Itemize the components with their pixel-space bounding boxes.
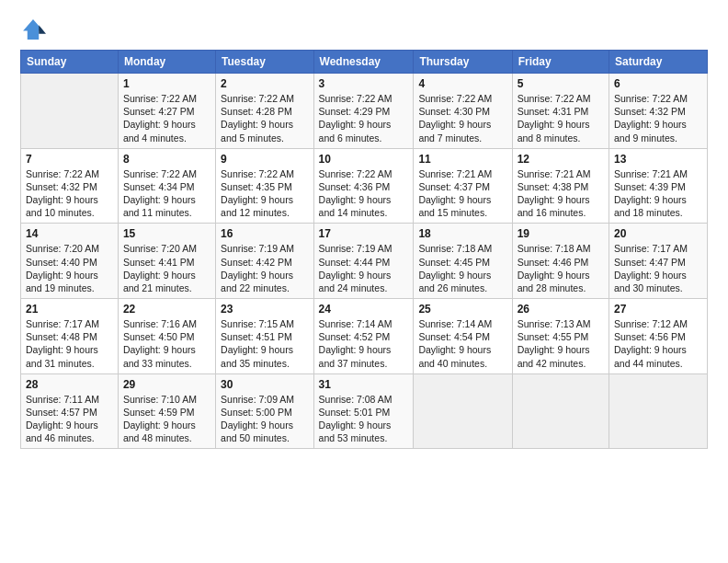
day-info: Sunrise: 7:19 AM Sunset: 4:42 PM Dayligh… xyxy=(221,242,308,294)
svg-marker-1 xyxy=(39,25,46,33)
day-info: Sunrise: 7:10 AM Sunset: 4:59 PM Dayligh… xyxy=(123,393,210,445)
calendar-header-thursday: Thursday xyxy=(414,51,512,74)
calendar-cell: 21Sunrise: 7:17 AM Sunset: 4:48 PM Dayli… xyxy=(21,299,119,374)
day-number: 9 xyxy=(221,153,308,166)
calendar-header-row: SundayMondayTuesdayWednesdayThursdayFrid… xyxy=(21,51,708,74)
day-number: 18 xyxy=(418,227,506,240)
calendar-table: SundayMondayTuesdayWednesdayThursdayFrid… xyxy=(20,50,708,449)
day-number: 13 xyxy=(614,153,702,166)
day-info: Sunrise: 7:22 AM Sunset: 4:32 PM Dayligh… xyxy=(614,92,702,144)
day-number: 7 xyxy=(26,153,113,166)
day-number: 21 xyxy=(26,303,113,316)
day-info: Sunrise: 7:22 AM Sunset: 4:29 PM Dayligh… xyxy=(319,92,409,144)
calendar-header-friday: Friday xyxy=(512,51,609,74)
day-number: 17 xyxy=(319,227,409,240)
day-number: 26 xyxy=(518,303,604,316)
day-number: 2 xyxy=(221,77,308,90)
calendar-cell: 23Sunrise: 7:15 AM Sunset: 4:51 PM Dayli… xyxy=(216,299,313,374)
day-info: Sunrise: 7:17 AM Sunset: 4:47 PM Dayligh… xyxy=(614,242,702,294)
calendar-cell: 15Sunrise: 7:20 AM Sunset: 4:41 PM Dayli… xyxy=(118,224,215,299)
day-info: Sunrise: 7:12 AM Sunset: 4:56 PM Dayligh… xyxy=(614,317,702,370)
calendar-cell: 1Sunrise: 7:22 AM Sunset: 4:27 PM Daylig… xyxy=(118,74,215,149)
calendar-cell: 6Sunrise: 7:22 AM Sunset: 4:32 PM Daylig… xyxy=(609,74,708,149)
day-info: Sunrise: 7:22 AM Sunset: 4:35 PM Dayligh… xyxy=(221,167,308,220)
calendar-cell: 17Sunrise: 7:19 AM Sunset: 4:44 PM Dayli… xyxy=(313,224,414,299)
calendar-cell: 20Sunrise: 7:17 AM Sunset: 4:47 PM Dayli… xyxy=(609,224,708,299)
calendar-header-saturday: Saturday xyxy=(609,51,708,74)
calendar-cell: 9Sunrise: 7:22 AM Sunset: 4:35 PM Daylig… xyxy=(216,148,313,224)
day-info: Sunrise: 7:18 AM Sunset: 4:45 PM Dayligh… xyxy=(418,242,506,294)
calendar-cell xyxy=(21,74,119,149)
day-info: Sunrise: 7:22 AM Sunset: 4:27 PM Dayligh… xyxy=(123,92,210,144)
day-info: Sunrise: 7:19 AM Sunset: 4:44 PM Dayligh… xyxy=(319,242,409,294)
calendar-header-monday: Monday xyxy=(118,51,215,74)
day-info: Sunrise: 7:21 AM Sunset: 4:37 PM Dayligh… xyxy=(418,167,506,220)
calendar-week-3: 14Sunrise: 7:20 AM Sunset: 4:40 PM Dayli… xyxy=(21,224,708,299)
calendar-cell xyxy=(609,373,708,449)
day-info: Sunrise: 7:20 AM Sunset: 4:41 PM Dayligh… xyxy=(123,242,210,294)
calendar-cell: 25Sunrise: 7:14 AM Sunset: 4:54 PM Dayli… xyxy=(414,299,512,374)
page: SundayMondayTuesdayWednesdayThursdayFrid… xyxy=(0,0,728,563)
day-number: 27 xyxy=(614,303,702,316)
calendar-cell: 2Sunrise: 7:22 AM Sunset: 4:28 PM Daylig… xyxy=(216,74,313,149)
day-number: 30 xyxy=(221,378,308,391)
day-number: 1 xyxy=(123,77,210,90)
calendar-cell: 10Sunrise: 7:22 AM Sunset: 4:36 PM Dayli… xyxy=(313,148,414,224)
day-number: 8 xyxy=(123,153,210,166)
calendar-cell xyxy=(414,373,512,449)
calendar-cell xyxy=(512,373,609,449)
calendar-cell: 27Sunrise: 7:12 AM Sunset: 4:56 PM Dayli… xyxy=(609,299,708,374)
day-info: Sunrise: 7:22 AM Sunset: 4:28 PM Dayligh… xyxy=(221,92,308,144)
day-info: Sunrise: 7:22 AM Sunset: 4:31 PM Dayligh… xyxy=(518,92,604,144)
calendar-cell: 18Sunrise: 7:18 AM Sunset: 4:45 PM Dayli… xyxy=(414,224,512,299)
calendar-header-wednesday: Wednesday xyxy=(313,51,414,74)
day-number: 19 xyxy=(518,227,604,240)
calendar-week-5: 28Sunrise: 7:11 AM Sunset: 4:57 PM Dayli… xyxy=(21,373,708,449)
day-info: Sunrise: 7:21 AM Sunset: 4:38 PM Dayligh… xyxy=(518,167,604,220)
day-number: 14 xyxy=(26,227,113,240)
calendar-cell: 26Sunrise: 7:13 AM Sunset: 4:55 PM Dayli… xyxy=(512,299,609,374)
day-info: Sunrise: 7:15 AM Sunset: 4:51 PM Dayligh… xyxy=(221,317,308,370)
day-number: 15 xyxy=(123,227,210,240)
calendar-cell: 14Sunrise: 7:20 AM Sunset: 4:40 PM Dayli… xyxy=(21,224,119,299)
day-info: Sunrise: 7:08 AM Sunset: 5:01 PM Dayligh… xyxy=(319,393,409,445)
day-info: Sunrise: 7:09 AM Sunset: 5:00 PM Dayligh… xyxy=(221,393,308,445)
day-number: 20 xyxy=(614,227,702,240)
day-info: Sunrise: 7:22 AM Sunset: 4:32 PM Dayligh… xyxy=(26,167,113,220)
calendar-cell: 3Sunrise: 7:22 AM Sunset: 4:29 PM Daylig… xyxy=(313,74,414,149)
day-info: Sunrise: 7:21 AM Sunset: 4:39 PM Dayligh… xyxy=(614,167,702,220)
calendar-cell: 13Sunrise: 7:21 AM Sunset: 4:39 PM Dayli… xyxy=(609,148,708,224)
calendar-week-1: 1Sunrise: 7:22 AM Sunset: 4:27 PM Daylig… xyxy=(21,74,708,149)
day-number: 22 xyxy=(123,303,210,316)
calendar-cell: 29Sunrise: 7:10 AM Sunset: 4:59 PM Dayli… xyxy=(118,373,215,449)
day-number: 29 xyxy=(123,378,210,391)
calendar-header-sunday: Sunday xyxy=(21,51,119,74)
day-info: Sunrise: 7:18 AM Sunset: 4:46 PM Dayligh… xyxy=(518,242,604,294)
calendar-cell: 24Sunrise: 7:14 AM Sunset: 4:52 PM Dayli… xyxy=(313,299,414,374)
day-number: 3 xyxy=(319,77,409,90)
day-info: Sunrise: 7:17 AM Sunset: 4:48 PM Dayligh… xyxy=(26,317,113,370)
day-info: Sunrise: 7:14 AM Sunset: 4:52 PM Dayligh… xyxy=(319,317,409,370)
day-number: 4 xyxy=(418,77,506,90)
calendar-cell: 5Sunrise: 7:22 AM Sunset: 4:31 PM Daylig… xyxy=(512,74,609,149)
calendar-cell: 28Sunrise: 7:11 AM Sunset: 4:57 PM Dayli… xyxy=(21,373,119,449)
day-number: 12 xyxy=(518,153,604,166)
day-info: Sunrise: 7:22 AM Sunset: 4:34 PM Dayligh… xyxy=(123,167,210,220)
calendar-cell: 16Sunrise: 7:19 AM Sunset: 4:42 PM Dayli… xyxy=(216,224,313,299)
day-number: 5 xyxy=(518,77,604,90)
logo xyxy=(20,17,50,42)
calendar-cell: 22Sunrise: 7:16 AM Sunset: 4:50 PM Dayli… xyxy=(118,299,215,374)
day-number: 31 xyxy=(319,378,409,391)
day-number: 6 xyxy=(614,77,702,90)
day-info: Sunrise: 7:22 AM Sunset: 4:30 PM Dayligh… xyxy=(418,92,506,144)
day-info: Sunrise: 7:14 AM Sunset: 4:54 PM Dayligh… xyxy=(418,317,506,370)
day-number: 25 xyxy=(418,303,506,316)
logo-icon xyxy=(20,17,46,42)
calendar-cell: 7Sunrise: 7:22 AM Sunset: 4:32 PM Daylig… xyxy=(21,148,119,224)
calendar-week-4: 21Sunrise: 7:17 AM Sunset: 4:48 PM Dayli… xyxy=(21,299,708,374)
calendar-cell: 12Sunrise: 7:21 AM Sunset: 4:38 PM Dayli… xyxy=(512,148,609,224)
calendar-cell: 19Sunrise: 7:18 AM Sunset: 4:46 PM Dayli… xyxy=(512,224,609,299)
day-info: Sunrise: 7:13 AM Sunset: 4:55 PM Dayligh… xyxy=(518,317,604,370)
calendar-cell: 8Sunrise: 7:22 AM Sunset: 4:34 PM Daylig… xyxy=(118,148,215,224)
calendar-cell: 4Sunrise: 7:22 AM Sunset: 4:30 PM Daylig… xyxy=(414,74,512,149)
